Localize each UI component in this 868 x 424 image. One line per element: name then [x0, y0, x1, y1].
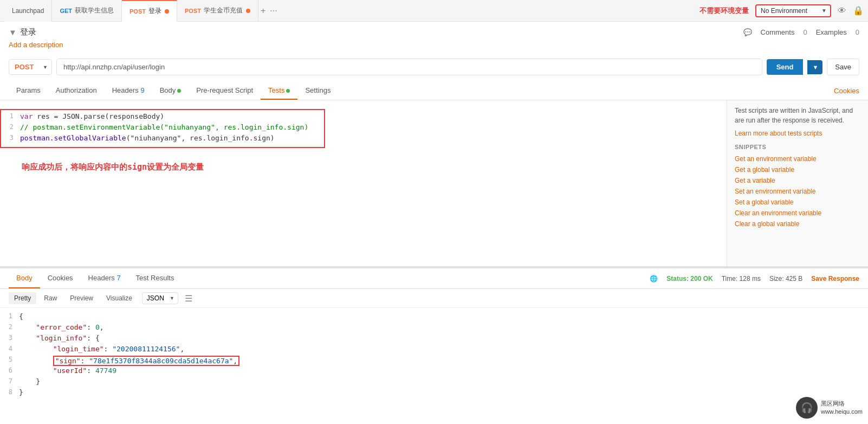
format-bar: Pretty Raw Preview Visualize JSON ☰ [0, 289, 868, 308]
lock-icon[interactable]: 🔒 [853, 5, 864, 16]
method-select-wrapper[interactable]: POST [9, 59, 52, 75]
top-pane: 1 var res = JSON.parse(responseBody) 2 /… [0, 100, 868, 268]
tab-settings[interactable]: Settings [297, 82, 338, 100]
tab-post-coins[interactable]: POST 学生金币充值 [177, 0, 258, 22]
tab-body[interactable]: Body [152, 82, 189, 100]
response-size: Size: 425 B [769, 275, 802, 282]
snippet-set-env[interactable]: Set an environment variable [735, 186, 860, 197]
snippets-intro: Test scripts are written in JavaScript, … [735, 106, 860, 125]
comments-label: Comments [761, 28, 795, 36]
fmt-tab-raw[interactable]: Raw [38, 292, 62, 304]
env-select-wrapper[interactable]: No Environment [755, 4, 831, 17]
url-input[interactable] [56, 59, 762, 75]
top-right: 不需要环境变量 No Environment 👁 🔒 [699, 4, 864, 17]
sign-highlight: "sign": "78e1f5370f8344a8c09cda5d1e4ac67… [53, 356, 240, 366]
examples-count: 0 [856, 28, 859, 36]
snippet-get-env[interactable]: Get an environment variable [735, 153, 860, 164]
tab-post-coins-label: 学生金币充值 [204, 6, 243, 15]
save-button[interactable]: Save [827, 59, 859, 75]
add-tab-button[interactable]: + [261, 6, 265, 16]
tab-bar: Launchpad GET 获取学生信息 POST 登录 POST 学生金币充值… [0, 0, 868, 22]
json-line-8: 8 } [0, 388, 868, 399]
tab-post-login-label: 登录 [148, 7, 161, 16]
send-dropdown-button[interactable]: ▼ [807, 60, 822, 74]
watermark-logo: 🎧 [796, 397, 818, 419]
save-response-button[interactable]: Save Response [811, 275, 859, 282]
tab-authorization[interactable]: Authorization [48, 82, 105, 100]
fmt-tab-visualize[interactable]: Visualize [101, 292, 138, 304]
code-editor[interactable]: 1 var res = JSON.parse(responseBody) 2 /… [0, 100, 727, 266]
send-button[interactable]: Send [767, 59, 804, 75]
json-line-2: 2 "error_code": 0, [0, 323, 868, 334]
watermark-line1: 黑区网络 [821, 400, 863, 408]
cookies-link[interactable]: Cookies [834, 87, 859, 95]
tab-launchpad[interactable]: Launchpad [4, 0, 52, 22]
header-right: 💬 Comments 0 Examples 0 [743, 28, 859, 36]
response-body[interactable]: 1 { 2 "error_code": 0, 3 "login_info": {… [0, 308, 868, 424]
watermark-text: 黑区网络 www.heiqu.com [821, 400, 863, 416]
json-select-wrapper[interactable]: JSON [142, 292, 178, 304]
tab-get-student-method: GET [60, 8, 72, 14]
request-tabs: Params Authorization Headers 9 Body Pre-… [0, 82, 868, 100]
learn-link[interactable]: Learn more about tests scripts [735, 130, 822, 137]
snippet-get-global[interactable]: Get a global variable [735, 164, 860, 175]
bottom-pane: Body Cookies Headers 7 Test Results 🌐 St… [0, 268, 868, 424]
response-time: Time: 128 ms [722, 275, 761, 282]
tab-pre-request-script[interactable]: Pre-request Script [189, 82, 261, 100]
code-line-2: 2 // postman.setEnvironmentVariable("niu… [1, 123, 324, 134]
request-title: ▼ 登录 [9, 27, 36, 37]
code-highlight-box: 1 var res = JSON.parse(responseBody) 2 /… [0, 109, 325, 148]
comments-count: 0 [803, 28, 807, 36]
snippets-label: SNIPPETS [735, 144, 860, 150]
tab-launchpad-label: Launchpad [12, 7, 44, 15]
json-select[interactable]: JSON [142, 293, 178, 304]
globe-icon: 🌐 [650, 275, 658, 282]
json-line-3: 3 "login_info": { [0, 334, 868, 345]
snippet-set-global[interactable]: Set a global variable [735, 197, 860, 208]
json-line-5: 5 "sign": "78e1f5370f8344a8c09cda5d1e4ac… [0, 356, 868, 367]
tab-get-student[interactable]: GET 获取学生信息 [52, 0, 122, 22]
status-ok: Status: 200 OK [666, 275, 712, 282]
request-title-text: 登录 [20, 27, 36, 37]
annotation-text: 响应成功后，将响应内容中的sign设置为全局变量 [0, 151, 727, 183]
snippet-get-variable[interactable]: Get a variable [735, 175, 860, 186]
tab-headers[interactable]: Headers 9 [105, 82, 152, 100]
fmt-tab-preview[interactable]: Preview [64, 292, 99, 304]
tab-post-login[interactable]: POST 登录 [122, 0, 177, 22]
env-select[interactable]: No Environment [755, 4, 831, 17]
response-tab-cookies[interactable]: Cookies [40, 268, 81, 288]
snippets-panel: Test scripts are written in JavaScript, … [727, 100, 868, 266]
json-line-4: 4 "login_time": "20200811124156", [0, 345, 868, 356]
json-line-6: 6 "userId": 47749 [0, 367, 868, 377]
response-tab-body[interactable]: Body [9, 268, 40, 288]
tab-post-coins-method: POST [185, 8, 201, 14]
response-tab-test-results[interactable]: Test Results [128, 268, 182, 288]
arrow-icon: ▼ [9, 28, 17, 37]
fmt-tab-pretty[interactable]: Pretty [9, 292, 36, 304]
tab-post-coins-dot [246, 9, 250, 13]
wrap-icon[interactable]: ☰ [185, 293, 192, 304]
snippet-clear-env[interactable]: Clear an environment variable [735, 208, 860, 219]
eye-icon[interactable]: 👁 [838, 6, 846, 16]
url-bar: POST Send ▼ Save [9, 59, 859, 75]
tab-get-student-label: 获取学生信息 [75, 6, 114, 15]
code-line-1: 1 var res = JSON.parse(responseBody) [1, 112, 324, 123]
tab-post-login-dot [165, 9, 169, 14]
tab-tests[interactable]: Tests [261, 82, 297, 100]
json-line-1: 1 { [0, 312, 868, 323]
code-line-3: 3 postman.setGlobalVariable("niuhanyang"… [1, 134, 324, 145]
request-header: ▼ 登录 💬 Comments 0 Examples 0 [0, 22, 868, 37]
response-tab-headers[interactable]: Headers 7 [81, 268, 128, 288]
no-env-label: 不需要环境变量 [699, 6, 749, 16]
comments-icon: 💬 [743, 28, 752, 36]
watermark-line2: www.heiqu.com [821, 408, 863, 416]
more-tabs-button[interactable]: ··· [270, 6, 277, 16]
response-tabs-bar: Body Cookies Headers 7 Test Results 🌐 St… [0, 268, 868, 289]
tab-actions: + ··· [261, 6, 277, 16]
status-info: 🌐 Status: 200 OK Time: 128 ms Size: 425 … [650, 275, 859, 282]
json-line-7: 7 } [0, 377, 868, 388]
add-description[interactable]: Add a description [0, 37, 868, 52]
tab-params[interactable]: Params [9, 82, 48, 100]
snippet-clear-global[interactable]: Clear a global variable [735, 219, 860, 229]
method-select[interactable]: POST [9, 59, 52, 75]
